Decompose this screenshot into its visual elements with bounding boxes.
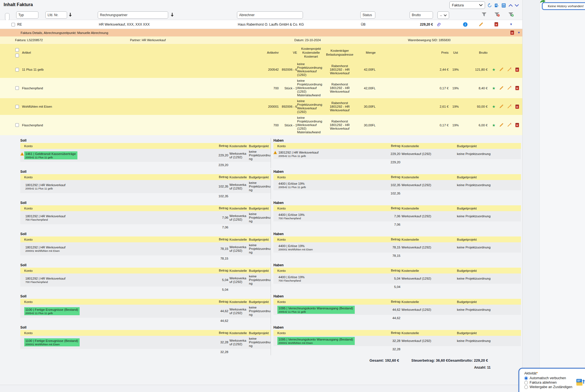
konto-cell: 4400 | Erlöse 19% 700 Flaschenpfand	[277, 275, 306, 283]
delete-icon[interactable]: ×	[515, 123, 519, 127]
booking-sum-row: 229,20	[20, 162, 271, 168]
booking-entry[interactable]: ! 4400 | Erlöse 19% 200001 Wohlfühlen mi…	[273, 242, 521, 253]
items-select-all-checkbox[interactable]	[15, 48, 19, 52]
booking-section: Soll Konto Betrag Kostenstelle Budgetpro…	[0, 325, 522, 355]
betrag-value: 229,20	[386, 152, 400, 156]
item-row[interactable]: 11 Plus 11 gelb 200542 892006 - 6 keine …	[0, 61, 522, 78]
booking-entry[interactable]: ! 1095 | Verrechnungskonto Warenausgang …	[273, 305, 521, 315]
filter-lfdnr-input[interactable]	[45, 11, 67, 19]
betrag-value: 102,35	[211, 185, 228, 188]
invoice-row-checkbox[interactable]	[11, 23, 15, 26]
faktura-warenbewegung: Warenbewegung SID: 1855830	[408, 38, 451, 42]
invoice-row[interactable]: RE HR Werksverkauf, XXX, XXX XXX Haus Ra…	[0, 20, 522, 29]
item-row-checkbox[interactable]	[15, 105, 19, 109]
filter-brutto-input[interactable]	[410, 11, 433, 19]
booking-entry[interactable]: ! 4400 | Erlöse 19% 200542 11 Plus 11 ge…	[273, 180, 521, 190]
star-icon[interactable]: ★	[492, 68, 496, 72]
item-row[interactable]: Wohlfühlen mit Eisen 200001 892006 - 6 k…	[0, 98, 522, 115]
item-kostenstelle: keine Projektzuordnung Werksverkauf (129…	[297, 62, 325, 77]
edit-pencil-icon[interactable]	[500, 123, 503, 127]
history-button[interactable]: Keine History vorhanden!	[542, 2, 585, 10]
booking-entry[interactable]: ! 1801292 | HR Werksverkauf 200542 11 Pl…	[273, 149, 521, 159]
booking-entry[interactable]: ! 1100 | Fertige Erzeugnisse (Bestand) 2…	[20, 336, 271, 349]
filter-apply-icon[interactable]	[482, 12, 486, 18]
item-row-checkbox[interactable]	[15, 86, 19, 90]
booking-entry[interactable]: ! 1100 | Fertige Erzeugnisse (Bestand) 2…	[20, 305, 271, 318]
item-row[interactable]: Flaschenpfand 700 Stück - 1 keine Projek…	[0, 78, 522, 98]
item-row-checkbox[interactable]	[15, 68, 19, 72]
booking-entry[interactable]: ! 4400 | Erlöse 19% 700 Flaschenpfand 5,…	[273, 273, 521, 284]
warning-icon: !	[20, 151, 24, 156]
betrag-value: 7,06	[386, 215, 400, 218]
magic-wand-icon[interactable]	[507, 123, 511, 127]
magic-wand-icon[interactable]	[507, 86, 511, 90]
export-document-icon[interactable]	[494, 3, 500, 8]
magic-wand-icon[interactable]	[507, 67, 511, 72]
star-icon[interactable]: ★	[492, 105, 496, 109]
activity-radio[interactable]	[524, 381, 528, 384]
filter-remove-icon[interactable]	[495, 12, 500, 18]
calculator-icon[interactable]	[501, 3, 506, 8]
details-bar-title: Faktura Details, Abrechnungszeitpunkt: M…	[21, 31, 108, 34]
activity-radio[interactable]	[524, 385, 528, 389]
konto-cell: 1801292 | HR Werksverkauf 200542 11 Plus…	[277, 150, 320, 158]
filter-status-input[interactable]	[360, 11, 375, 19]
info-icon[interactable]: i	[463, 22, 467, 27]
budgetprojekt-value: keine Projektzuordnung	[249, 275, 271, 285]
svg-text:!: !	[22, 153, 23, 156]
item-ust: 19%	[449, 105, 462, 108]
delete-icon[interactable]: ×	[515, 105, 519, 109]
sort-down-icon[interactable]	[68, 13, 72, 18]
chevron-down-nav-icon[interactable]	[514, 3, 520, 8]
sum-value: 229,20	[211, 163, 228, 167]
select-all-checkbox[interactable]	[5, 13, 9, 20]
item-menge: 30,00FL	[354, 124, 376, 127]
item-ve: Stück - 1	[279, 124, 297, 127]
sort-down-icon-2[interactable]	[170, 13, 174, 18]
filter-typ-input[interactable]	[16, 11, 38, 19]
booking-entry[interactable]: ! 1801292 | HR Werksverkauf 700 Flaschen…	[20, 273, 271, 287]
booking-section: Soll Konto Betrag Kostenstelle Budgetpro…	[0, 200, 522, 231]
filter-rechnungspartner-input[interactable]	[98, 11, 168, 19]
paperclip-icon[interactable]	[437, 22, 441, 28]
filter-add-icon[interactable]	[508, 12, 514, 18]
details-collapse-icon[interactable]: ▼	[517, 31, 520, 34]
booking-entry[interactable]: ! 1801292 | HR Werksverkauf 200001 Wohlf…	[20, 242, 271, 255]
item-row-checkbox[interactable]	[15, 123, 19, 127]
booking-entry[interactable]: ! 1801292 | HR Werksverkauf 200542 11 Pl…	[20, 180, 271, 193]
star-icon[interactable]: ★	[492, 86, 496, 90]
star-icon[interactable]: ★	[492, 123, 496, 127]
delete-icon[interactable]: ×	[515, 86, 519, 90]
items-select-all-checkbox-2[interactable]	[15, 54, 19, 57]
refresh-icon[interactable]	[487, 3, 492, 8]
filter-extra-select[interactable]: --	[437, 11, 449, 19]
view-select[interactable]: Faktura	[449, 1, 485, 9]
edit-pencil-icon[interactable]	[500, 86, 503, 90]
magic-wand-icon[interactable]	[507, 104, 511, 109]
delete-icon[interactable]: ×	[515, 68, 519, 72]
edit-pencil-icon[interactable]	[479, 22, 483, 27]
history-panel: Keine History vorhanden!	[539, 0, 585, 385]
booking-entry[interactable]: ! 1461 | Geldtransit Kassenüberträge 200…	[20, 149, 271, 162]
edit-pencil-icon[interactable]	[500, 67, 503, 72]
item-brutto: 8,40 €	[462, 87, 490, 90]
page-title: Inhalt Faktura	[4, 2, 33, 7]
details-delete-icon[interactable]: ×	[510, 31, 514, 35]
item-row[interactable]: Flaschenpfand 700 Stück - 1 keine Projek…	[0, 115, 522, 135]
konto-cell: 1461 | Geldtransit Kassenüberträge 20054…	[24, 151, 77, 159]
booking-header: Konto Betrag Kostenstelle Budgetprojekt	[273, 205, 521, 211]
col-header-ve: VE	[279, 51, 297, 54]
details-bar: Faktura Details, Abrechnungszeitpunkt: M…	[0, 29, 522, 36]
booking-entry[interactable]: ! 1095 | Verrechnungskonto Warenausgang …	[273, 336, 521, 346]
activity-radio[interactable]	[524, 376, 528, 380]
sum-value: 102,35	[386, 192, 400, 195]
delete-icon[interactable]: ×	[495, 22, 498, 26]
booking-entry[interactable]: ! 4400 | Erlöse 19% 700 Flaschenpfand 7,…	[273, 211, 521, 221]
invoice-rechnungspartner: HR Werksverkauf, XXX, XXX XXX	[99, 23, 150, 26]
expand-triangle-icon[interactable]: ▼	[510, 23, 513, 26]
edit-pencil-icon[interactable]	[500, 104, 503, 109]
post-outbox-icon[interactable]	[576, 379, 585, 387]
filter-abrechner-input[interactable]	[237, 11, 303, 19]
chevron-up-icon[interactable]	[508, 3, 513, 8]
booking-entry[interactable]: ! 1801292 | HR Werksverkauf 700 Flaschen…	[20, 211, 271, 224]
